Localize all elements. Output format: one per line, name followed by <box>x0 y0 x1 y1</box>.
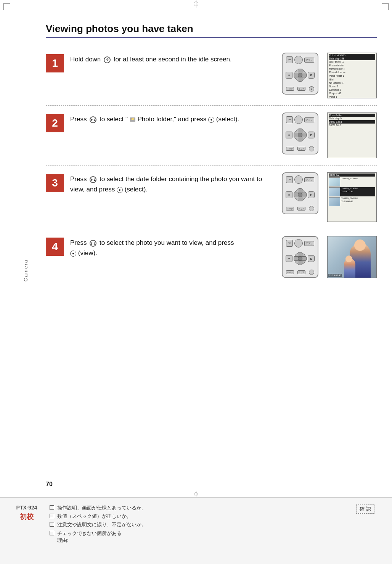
screen-row-2-1: 03/29 Sat 3 <box>329 120 375 124</box>
phone-center-btn-1 <box>298 73 302 77</box>
phone-btn-e-3: E <box>308 191 315 198</box>
step4-text-part2: to select the photo you want to view, an… <box>100 239 234 246</box>
corner-mark-tl <box>3 3 10 10</box>
check-item-1: 数値（スペック値）が正しいか。 <box>50 513 342 520</box>
phone-btn-center-top-4 <box>294 239 303 247</box>
pwr-icon-1: ⏻ <box>311 88 312 90</box>
check-label-1: 数値（スペック値）が正しいか。 <box>57 513 132 520</box>
phone-btn-center-top-3 <box>294 175 303 184</box>
phone-btn-tv-2: TV <box>286 116 293 123</box>
phone-btn-mail: ✉ <box>286 72 292 79</box>
screen-row-2-2: 03/28 Fri 6 <box>329 124 375 127</box>
step2-text-part3: Photo folder," and press <box>137 116 206 123</box>
photo-thumb-4: 03/29 00:45 <box>327 236 377 278</box>
step1-text-part2: for at least one second in the idle scre… <box>114 56 232 63</box>
checkbox-2[interactable] <box>50 522 54 527</box>
phone-center-btn-2 <box>298 133 302 137</box>
phone-btn-back-3: ←バク <box>286 207 294 210</box>
step2-text-part4: (select). <box>216 116 239 123</box>
check-item-3: チェックできない箇所がある理由: <box>50 530 342 544</box>
screen-row-1-1: User folder ⇒ <box>329 60 375 64</box>
screen-row-1-5: Voice folder 1 <box>329 74 375 77</box>
folder-icon-2: 📁 <box>130 117 135 122</box>
screen-img-2: Photo folder Data disp 9 03/29 Sat 3 03/… <box>327 112 377 158</box>
photo-overlay-4: 03/29 00:45 <box>328 274 342 277</box>
screen-title-3: 03/29 Sat <box>329 174 339 176</box>
phone-center-btn-4 <box>298 256 302 261</box>
phone-device-4: TV アプリ ✉ E ←バク クリア <box>279 236 321 278</box>
step-desc-2: Press ⬆⬇ to select " 📁 Photo folder," an… <box>70 112 273 124</box>
phone-dpad-1 <box>294 69 306 81</box>
screen-thumb-row-3-0: 000329_1234'01 <box>329 177 375 186</box>
screen-row-3-0: 000329_1234'01 <box>341 177 358 186</box>
phone-btn-tv-4: TV <box>286 240 293 247</box>
screen-panel-2: Photo folder Data disp 9 03/29 Sat 3 03/… <box>327 112 377 158</box>
phone-btn-clear-2: クリア <box>297 147 305 151</box>
step4-text-part1: Press <box>70 239 87 246</box>
phone-btn-pwr-2 <box>309 146 314 151</box>
step-row-1: 1 Hold down ⏻ for at least one second in… <box>46 46 377 106</box>
step-row-4: 4 Press ⬆⬇ to select the photo you want … <box>46 229 377 285</box>
check-label-0: 操作説明、画面が仕様とあっているか。 <box>57 505 146 511</box>
phone-top-row-3: TV アプリ <box>285 175 315 184</box>
screen-row-1-3: Movie folder ⇒ <box>329 67 375 71</box>
nav-icon-2: ⬆⬇ <box>90 116 96 123</box>
crosshair-circle-top <box>194 2 198 6</box>
step-number-1: 1 <box>46 54 64 72</box>
phone-bottom-row-2: ←バク クリア <box>285 146 315 151</box>
phone-dpad-3 <box>294 189 306 201</box>
circle-icon-3: ● <box>117 187 123 193</box>
check-label-3: チェックできない箇所がある理由: <box>57 530 122 544</box>
crosshair-bottom <box>193 491 199 496</box>
screen-header-1: D fldr Left30MB <box>329 54 375 57</box>
step-desc-3: Press ⬆⬇ to select the date folder conta… <box>70 172 273 194</box>
screen-title-2: Photo folder <box>329 114 342 116</box>
page-title: Viewing photos you have taken <box>46 23 377 38</box>
check-item-2: 注意文や説明文に誤り、不足がないか。 <box>50 521 342 528</box>
screen-row-1-0: Data disp 348 <box>329 57 375 60</box>
phone-btn-center-top-2 <box>294 116 303 124</box>
phone-center-4: ✉ E <box>286 252 315 265</box>
phone-btn-clear: クリア <box>297 87 305 91</box>
screen-row-1-9: EZmovie 2 <box>329 88 375 92</box>
phone-btn-pwr-3 <box>309 206 314 211</box>
step-desc-1: Hold down ⏻ for at least one second in t… <box>70 53 273 64</box>
screen-row-3-2: 000329_0845'0103/29 00:45 <box>341 197 358 206</box>
phone-top-row-4: TV アプリ <box>285 239 315 247</box>
sidebar-camera-label: Camera <box>23 259 29 281</box>
person-head-4 <box>354 239 366 251</box>
checkbox-1[interactable] <box>50 514 54 518</box>
check-item-0: 操作説明、画面が仕様とあっているか。 <box>50 505 342 511</box>
step1-text-part1: Hold down <box>70 56 101 63</box>
step4-text-part3: (view). <box>78 249 97 257</box>
phone-btn-clear-4: クリア <box>297 270 305 274</box>
footer-model: PTX-924 <box>16 505 37 511</box>
screen-row-1-10: Graphic 41 <box>329 92 375 95</box>
phone-btn-app: アプリ <box>304 58 314 63</box>
phone-dpad-4 <box>294 252 306 265</box>
step-number-4: 4 <box>46 238 64 256</box>
checkbox-3[interactable] <box>50 531 54 535</box>
thumb-3-2 <box>329 197 340 206</box>
footer-area: PTX-924 初校 操作説明、画面が仕様とあっているか。 数値（スペック値）が… <box>0 497 392 564</box>
footer-confirm: 確 認 <box>350 505 381 514</box>
phone-device-3: TV アプリ ✉ E ←バク クリア <box>279 172 321 214</box>
phone-btn-e: E <box>308 72 315 79</box>
phone-dpad-2 <box>294 129 306 141</box>
screen-row-1-6: ISM <box>329 78 375 81</box>
phone-btn-center-top <box>294 56 303 64</box>
phone-center-3: ✉ E <box>286 189 315 201</box>
phone-center-btn-3 <box>298 193 302 197</box>
footer-checklist: 操作説明、画面が仕様とあっているか。 数値（スペック値）が正しいか。 注意文や説… <box>50 505 342 545</box>
phone-btn-back-4: ←バク <box>286 270 294 274</box>
screen-thumb-row-3-2: 000329_0845'0103/29 00:45 <box>329 197 375 206</box>
checkbox-0[interactable] <box>50 505 54 510</box>
phone-btn-pwr-1: ⏻ <box>309 86 314 92</box>
child-head-4 <box>345 255 352 262</box>
thumb-3-1 <box>329 187 340 196</box>
phone-bottom-row-4: ←バク クリア <box>285 270 315 275</box>
phone-btn-back: ←バク <box>286 87 294 91</box>
phone-top-row-2: TV アプリ <box>285 116 315 124</box>
page-number: 70 <box>46 481 53 488</box>
circle-icon-2: ● <box>208 117 214 123</box>
